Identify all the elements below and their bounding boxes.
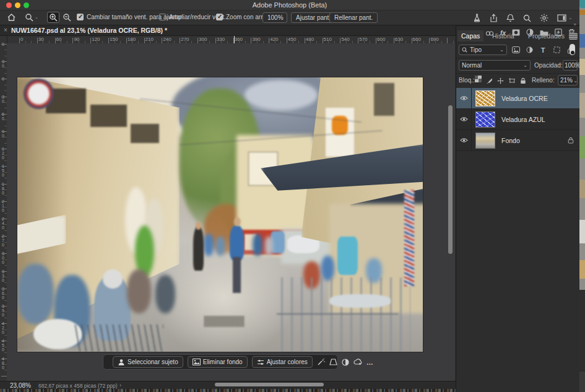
- remove-background-button[interactable]: Eliminar fondo: [188, 356, 248, 368]
- layer-thumbnail[interactable]: [475, 90, 495, 107]
- ruler-label: 240: [163, 37, 171, 42]
- zoom-tool-icon[interactable]: ⌄: [22, 12, 41, 23]
- chevron-down-icon[interactable]: ⌄: [573, 63, 578, 69]
- select-subject-button[interactable]: Seleccionar sujeto: [113, 356, 183, 368]
- layer-name[interactable]: Fondo: [501, 137, 520, 144]
- layer-name[interactable]: Veladura OCRE: [501, 95, 548, 102]
- horizontal-scrollbar[interactable]: [215, 383, 324, 386]
- notifications-bell-icon[interactable]: [506, 14, 514, 22]
- search-icon[interactable]: [523, 14, 531, 22]
- workspace-switcher[interactable]: ⌄: [557, 14, 572, 22]
- fill-screen-button[interactable]: Rellenar pant.: [329, 12, 378, 23]
- ruler-label: 270: [181, 37, 189, 42]
- filter-shape-icon[interactable]: [552, 45, 561, 55]
- ruler-label: 0: [1, 42, 6, 46]
- canvas-image[interactable]: [17, 77, 423, 352]
- status-document-info: 682,67 picas x 458 picas (72 ppp): [38, 383, 118, 389]
- layer-name[interactable]: Veladura AZUL: [501, 116, 545, 123]
- more-options-icon[interactable]: …: [366, 357, 374, 367]
- visibility-eye-icon[interactable]: [456, 88, 472, 108]
- ruler-label: 540: [341, 37, 349, 42]
- ruler-label: 60: [56, 37, 62, 42]
- layer-thumbnail[interactable]: [475, 133, 495, 149]
- photo-region: [273, 277, 411, 352]
- checkbox-icon[interactable]: [77, 14, 84, 20]
- panel-tab-strip: Capas Historia Propiedades: [456, 30, 580, 41]
- ruler-label: 3 9 0: [1, 304, 6, 317]
- canvas-pasteboard[interactable]: [7, 43, 455, 381]
- checkbox-icon[interactable]: [216, 14, 223, 20]
- chevron-down-icon: ⌄: [35, 15, 38, 20]
- visibility-eye-icon[interactable]: [456, 109, 472, 129]
- zoom-100-button[interactable]: 100%: [262, 12, 287, 23]
- lock-icons: [475, 76, 526, 87]
- document-tab[interactable]: NUW16647.psd al 23,1% (Veladura OCRE, RG…: [11, 27, 167, 34]
- tab-propiedades[interactable]: Propiedades: [524, 30, 568, 41]
- photo-region: [196, 222, 202, 230]
- background-thumbnail: [579, 220, 585, 243]
- beta-flask-icon[interactable]: [473, 14, 481, 22]
- tab-historia[interactable]: Historia: [488, 30, 518, 41]
- ruler-label: 480: [306, 37, 314, 42]
- panel-menu-icon[interactable]: [569, 33, 578, 40]
- button-label: Seleccionar sujeto: [128, 359, 178, 365]
- lock-pixels-icon[interactable]: [486, 76, 493, 87]
- photo-region: [216, 237, 225, 256]
- visibility-eye-icon[interactable]: [456, 130, 472, 150]
- ruler-label: 390: [252, 37, 260, 42]
- lock-transparency-icon[interactable]: [475, 76, 482, 82]
- background-window-sliver: [579, 0, 585, 392]
- vertical-scrollbar[interactable]: [448, 105, 453, 254]
- photo-region: [103, 269, 123, 289]
- zoom-out-button[interactable]: [61, 12, 73, 23]
- filter-type-icons: T: [511, 45, 575, 55]
- ruler-label: 4 5 0: [1, 339, 6, 352]
- layer-lock-icon: [568, 135, 574, 146]
- tab-close-icon[interactable]: ×: [4, 27, 7, 33]
- photo-region: [193, 227, 204, 271]
- photo-region: [90, 105, 127, 126]
- filter-type-icon[interactable]: T: [538, 45, 548, 55]
- photo-region: [204, 316, 245, 327]
- window-title: Adobe Photoshop (Beta): [0, 1, 579, 9]
- transform-icon[interactable]: [329, 357, 337, 367]
- home-icon[interactable]: [5, 12, 17, 23]
- discover-bulb-icon[interactable]: [540, 14, 548, 22]
- layer-row-veladura-azul[interactable]: Veladura AZUL: [456, 109, 580, 130]
- ruler-label: 3 0: [1, 59, 6, 68]
- background-thumbnail: [579, 10, 585, 15]
- wand-icon[interactable]: [317, 357, 325, 367]
- lock-position-icon[interactable]: [497, 76, 504, 87]
- ruler-label: 2 7 0: [1, 234, 6, 247]
- ruler-label: 0: [20, 37, 23, 42]
- layer-filter-select[interactable]: Tipo ⌄: [459, 45, 507, 55]
- opacity-value: 100%: [565, 62, 581, 69]
- tab-capas[interactable]: Capas: [457, 30, 483, 41]
- checkbox-icon[interactable]: [159, 14, 166, 20]
- filter-pixel-icon[interactable]: [511, 45, 521, 55]
- lock-all-icon[interactable]: [520, 76, 526, 87]
- ruler-label: 2 4 0: [1, 217, 6, 230]
- harmonize-icon[interactable]: [353, 357, 362, 367]
- lock-artboard-icon[interactable]: [508, 76, 516, 87]
- status-zoom-field[interactable]: 23,08%: [10, 382, 31, 389]
- filter-adjustment-icon[interactable]: [524, 45, 534, 55]
- photo-region: [131, 124, 159, 143]
- filter-toggle-pin[interactable]: [570, 44, 575, 55]
- collapse-panels-icon[interactable]: »: [574, 22, 576, 27]
- layer-thumbnail[interactable]: [475, 111, 495, 128]
- share-icon[interactable]: [490, 14, 498, 22]
- adjustment-circle-icon[interactable]: [342, 357, 349, 367]
- zoom-in-button[interactable]: [47, 12, 59, 23]
- photo-region: [24, 79, 54, 109]
- blend-mode-value: Normal: [462, 62, 482, 69]
- ruler-label: 150: [110, 37, 118, 42]
- blend-mode-select[interactable]: Normal ⌄: [459, 60, 531, 71]
- ruler-label: 450: [288, 37, 296, 42]
- layer-row-veladura-ocre[interactable]: Veladura OCRE: [456, 88, 580, 109]
- adjust-colors-button[interactable]: Ajustar colores: [252, 356, 313, 368]
- layer-row-fondo[interactable]: Fondo: [456, 130, 580, 151]
- chevron-down-icon[interactable]: ⌄: [573, 78, 578, 84]
- titlebar: Adobe Photoshop (Beta): [0, 0, 579, 11]
- status-chevron-icon[interactable]: ›: [119, 382, 121, 388]
